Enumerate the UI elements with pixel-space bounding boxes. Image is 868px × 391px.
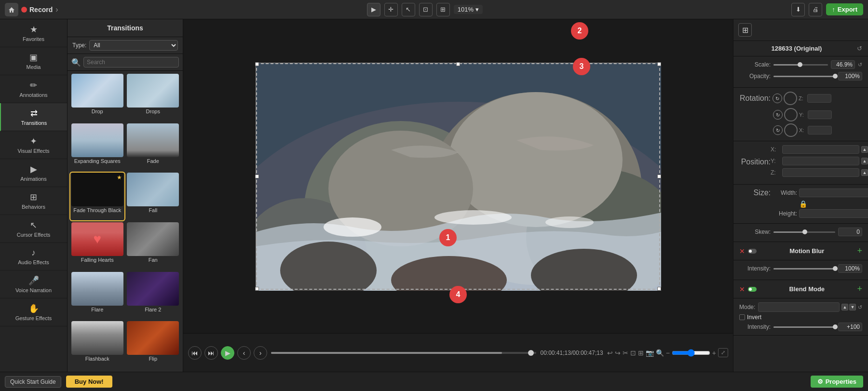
next-frame-button[interactable]: › [254,346,267,360]
quick-start-guide-button[interactable]: Quick Start Guide [5,376,61,388]
blend-mode-add[interactable]: + [857,284,862,294]
type-select[interactable]: All [89,40,178,51]
transition-item-expanding-squares[interactable]: Expanding Squares [70,123,124,171]
cut-button[interactable]: ✂ [623,349,628,357]
transition-item-fan[interactable]: Fan [126,222,180,270]
opacity-thumb[interactable] [833,74,838,79]
blend-intensity-slider[interactable] [773,326,835,328]
transition-item-falling-hearts[interactable]: ♥ Falling Hearts [70,222,124,270]
mode-reset-icon[interactable]: ↺ [858,304,862,310]
rotation-z-value[interactable]: 0.0° [807,94,831,103]
sidebar-item-visual-effects[interactable]: ✦ Visual Effects [0,131,67,159]
sidebar-item-transitions[interactable]: ⇄ Transitions [0,103,67,131]
undo-button[interactable]: ↩ [607,349,613,357]
share-button[interactable]: 🖨 [809,3,822,16]
mode-label: Mode: [739,304,755,310]
rotate-x-icon[interactable]: ↻ [773,125,783,135]
zoom-control[interactable]: 101% ▾ [454,5,483,14]
width-value[interactable]: 1800.9 [799,189,868,197]
redo-button[interactable]: ↪ [615,349,621,357]
step-back-button[interactable]: ⏭ [204,346,218,360]
select-tool-button[interactable]: ▶ [367,3,380,16]
motion-blur-close[interactable]: ✕ [739,247,745,255]
zoom-out-button[interactable]: 🔍 [656,349,664,357]
transition-item-fall[interactable]: Fall [126,173,180,220]
blend-intensity-thumb[interactable] [833,324,838,329]
sidebar-item-animations[interactable]: ▶ Animations [0,159,67,187]
skip-back-button[interactable]: ⏮ [188,346,202,360]
skew-slider[interactable] [773,231,835,233]
zoom-minus-button[interactable]: − [666,349,670,357]
refresh-icon[interactable]: ↺ [857,45,862,52]
pos-y-up[interactable]: ▲ [861,158,868,164]
download-button[interactable]: ⬇ [791,3,805,16]
sidebar-item-favorites[interactable]: ★ Favorites [0,19,67,47]
progress-bar[interactable] [271,352,536,354]
buy-now-button[interactable]: Buy Now! [66,376,112,388]
transition-item-flare-2[interactable]: Flare 2 [126,272,180,320]
move-tool-button[interactable]: ✛ [384,3,398,16]
sidebar-item-gesture-effects[interactable]: ✋ Gesture Effects [0,298,67,326]
screenshot-button[interactable]: 📷 [646,349,654,357]
zoom-plus-button[interactable]: + [712,349,716,357]
lock-icon[interactable]: 🔒 [799,200,807,208]
grid-tool-button[interactable]: ⊞ [436,3,450,16]
progress-thumb[interactable] [528,350,534,356]
height-value[interactable]: 1013.0 [799,209,868,218]
opacity-slider[interactable] [773,76,835,77]
transition-item-flare[interactable]: Flare [70,272,124,320]
intensity-slider[interactable] [773,268,835,270]
play-button[interactable]: ▶ [221,346,234,360]
mode-down[interactable]: ▼ [849,304,856,310]
rotate-cw-icon[interactable]: ↻ [773,94,782,103]
expand-button[interactable]: ⤢ [718,348,728,357]
pos-z-up[interactable]: ▲ [861,169,868,176]
sidebar-item-audio-effects[interactable]: ♪ Audio Effects [0,243,67,270]
zoom-slider[interactable] [672,349,710,357]
properties-button[interactable]: ⚙ Properties [811,376,863,388]
intensity-thumb[interactable] [833,266,838,271]
sidebar-item-media[interactable]: ▣ Media [0,47,67,75]
pos-x-value[interactable]: 0.0 [782,145,859,154]
mode-value[interactable]: Multiply [758,302,840,312]
mode-up[interactable]: ▲ [841,304,848,310]
transition-item-drops[interactable]: Drops [126,74,180,121]
paste-button[interactable]: ⊞ [638,349,644,357]
cursor-tool-button[interactable]: ↖ [402,3,415,16]
sidebar-item-behaviors[interactable]: ⊞ Behaviors [0,187,67,215]
rotation-x-value[interactable]: 0.0° [808,126,832,135]
motion-blur-add[interactable]: + [857,246,862,256]
export-button[interactable]: ↑ Export [826,3,863,15]
sidebar-item-voice-narration[interactable]: 🎤 Voice Narration [0,270,67,298]
record-button[interactable]: Record [21,6,53,13]
pos-x-up[interactable]: ▲ [861,146,868,153]
blend-mode-toggle[interactable] [748,287,757,292]
blend-mode-close[interactable]: ✕ [739,285,745,293]
layout-grid-button[interactable]: ⊞ [738,23,752,37]
home-button[interactable] [5,3,18,16]
sidebar-item-cursor-effects[interactable]: ↖ Cursor Effects [0,215,67,243]
pos-z-value[interactable]: 0.0 [782,168,859,177]
search-input[interactable] [83,57,179,67]
crop-tool-button[interactable]: ⊡ [419,3,433,16]
pos-y-value[interactable]: 0.0 [782,157,859,165]
skew-thumb[interactable] [802,229,807,234]
rotation-y-row: ↻ Y: 0.0° [773,108,862,121]
transition-item-flip[interactable]: Flip [126,321,180,369]
copy-button[interactable]: ⊡ [630,349,636,357]
sidebar-item-annotations[interactable]: ✏ Annotations [0,75,67,103]
rotation-y-value[interactable]: 0.0° [808,110,832,119]
sidebar-label-annotations: Annotations [19,92,47,98]
invert-checkbox[interactable] [739,314,745,320]
scale-slider[interactable] [773,64,828,66]
blend-intensity-row: Intensity: +100 [739,323,862,331]
scale-reset-icon[interactable]: ↺ [858,62,862,68]
transition-item-drop[interactable]: Drop [70,74,124,121]
scale-thumb[interactable] [798,62,802,67]
prev-frame-button[interactable]: ‹ [237,346,251,360]
rotate-y-icon[interactable]: ↻ [773,110,783,120]
transition-item-flashback[interactable]: Flashback [70,321,124,369]
motion-blur-toggle[interactable] [748,249,757,254]
transition-item-fade[interactable]: Fade [126,123,180,171]
transition-item-fade-through-black[interactable]: ★ Fade Through Black [70,173,124,220]
